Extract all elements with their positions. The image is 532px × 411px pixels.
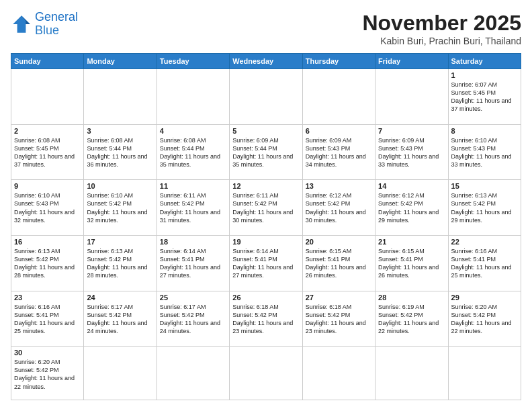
- day-number: 24: [87, 293, 153, 302]
- days-header-row: SundayMondayTuesdayWednesdayThursdayFrid…: [11, 54, 521, 69]
- day-header-tuesday: Tuesday: [157, 54, 229, 69]
- calendar-cell: 12Sunrise: 6:11 AM Sunset: 5:42 PM Dayli…: [230, 180, 302, 236]
- day-number: 1: [451, 71, 518, 79]
- day-info: Sunrise: 6:09 AM Sunset: 5:44 PM Dayligh…: [232, 136, 299, 169]
- day-number: 30: [14, 349, 81, 357]
- title-block: November 2025 Kabin Buri, Prachin Buri, …: [362, 11, 521, 46]
- logo-general: General: [35, 10, 78, 24]
- day-number: 18: [160, 238, 226, 246]
- day-number: 21: [378, 238, 445, 246]
- calendar-cell: 17Sunrise: 6:13 AM Sunset: 5:42 PM Dayli…: [84, 235, 157, 291]
- day-info: Sunrise: 6:07 AM Sunset: 5:45 PM Dayligh…: [451, 81, 518, 113]
- calendar-cell: 3Sunrise: 6:08 AM Sunset: 5:44 PM Daylig…: [84, 124, 157, 180]
- day-number: 10: [87, 182, 153, 190]
- day-info: Sunrise: 6:12 AM Sunset: 5:42 PM Dayligh…: [306, 191, 372, 224]
- day-number: 17: [87, 238, 153, 246]
- day-header-friday: Friday: [375, 54, 448, 69]
- day-number: 6: [306, 127, 372, 135]
- day-info: Sunrise: 6:14 AM Sunset: 5:41 PM Dayligh…: [160, 247, 226, 280]
- day-info: Sunrise: 6:08 AM Sunset: 5:44 PM Dayligh…: [160, 136, 226, 169]
- day-info: Sunrise: 6:12 AM Sunset: 5:42 PM Dayligh…: [378, 191, 445, 224]
- day-info: Sunrise: 6:16 AM Sunset: 5:41 PM Dayligh…: [14, 303, 81, 336]
- day-info: Sunrise: 6:08 AM Sunset: 5:45 PM Dayligh…: [14, 136, 81, 169]
- calendar-cell: 9Sunrise: 6:10 AM Sunset: 5:43 PM Daylig…: [11, 180, 84, 236]
- logo-text: General Blue: [35, 11, 78, 38]
- calendar-cell: [230, 347, 302, 400]
- day-info: Sunrise: 6:11 AM Sunset: 5:42 PM Dayligh…: [160, 191, 226, 224]
- day-number: 19: [232, 238, 299, 246]
- day-header-thursday: Thursday: [302, 54, 375, 69]
- day-header-sunday: Sunday: [11, 54, 84, 69]
- day-number: 28: [378, 293, 445, 302]
- day-number: 4: [160, 127, 226, 135]
- day-info: Sunrise: 6:09 AM Sunset: 5:43 PM Dayligh…: [378, 136, 445, 169]
- week-row-4: 23Sunrise: 6:16 AM Sunset: 5:41 PM Dayli…: [11, 291, 521, 347]
- day-info: Sunrise: 6:13 AM Sunset: 5:42 PM Dayligh…: [87, 247, 153, 280]
- calendar-cell: 23Sunrise: 6:16 AM Sunset: 5:41 PM Dayli…: [11, 291, 84, 347]
- day-info: Sunrise: 6:11 AM Sunset: 5:42 PM Dayligh…: [232, 191, 299, 224]
- day-number: 12: [232, 182, 299, 190]
- calendar-cell: 18Sunrise: 6:14 AM Sunset: 5:41 PM Dayli…: [157, 235, 229, 291]
- day-info: Sunrise: 6:18 AM Sunset: 5:42 PM Dayligh…: [232, 303, 299, 336]
- week-row-1: 2Sunrise: 6:08 AM Sunset: 5:45 PM Daylig…: [11, 124, 521, 180]
- calendar-cell: 28Sunrise: 6:19 AM Sunset: 5:42 PM Dayli…: [375, 291, 448, 347]
- calendar-cell: [230, 69, 302, 125]
- week-row-0: 1Sunrise: 6:07 AM Sunset: 5:45 PM Daylig…: [11, 69, 521, 125]
- calendar: SundayMondayTuesdayWednesdayThursdayFrid…: [11, 53, 521, 400]
- day-number: 11: [160, 182, 226, 190]
- day-number: 29: [451, 293, 518, 302]
- day-number: 9: [14, 182, 81, 190]
- calendar-cell: 29Sunrise: 6:20 AM Sunset: 5:42 PM Dayli…: [448, 291, 521, 347]
- week-row-3: 16Sunrise: 6:13 AM Sunset: 5:42 PM Dayli…: [11, 235, 521, 291]
- header: General Blue November 2025 Kabin Buri, P…: [11, 11, 521, 46]
- day-info: Sunrise: 6:20 AM Sunset: 5:42 PM Dayligh…: [14, 358, 81, 391]
- calendar-cell: [375, 347, 448, 400]
- calendar-cell: 10Sunrise: 6:10 AM Sunset: 5:42 PM Dayli…: [84, 180, 157, 236]
- calendar-cell: [448, 347, 521, 400]
- calendar-cell: 13Sunrise: 6:12 AM Sunset: 5:42 PM Dayli…: [302, 180, 375, 236]
- day-info: Sunrise: 6:15 AM Sunset: 5:41 PM Dayligh…: [378, 247, 445, 280]
- day-number: 22: [451, 238, 518, 246]
- day-header-wednesday: Wednesday: [230, 54, 302, 69]
- calendar-cell: 19Sunrise: 6:14 AM Sunset: 5:41 PM Dayli…: [230, 235, 302, 291]
- calendar-cell: [84, 69, 157, 125]
- calendar-cell: 7Sunrise: 6:09 AM Sunset: 5:43 PM Daylig…: [375, 124, 448, 180]
- day-number: 13: [306, 182, 372, 190]
- calendar-cell: 1Sunrise: 6:07 AM Sunset: 5:45 PM Daylig…: [448, 69, 521, 125]
- logo-blue: Blue: [35, 24, 59, 37]
- day-number: 15: [451, 182, 518, 190]
- day-number: 3: [87, 127, 153, 135]
- calendar-cell: 5Sunrise: 6:09 AM Sunset: 5:44 PM Daylig…: [230, 124, 302, 180]
- day-number: 27: [306, 293, 372, 302]
- calendar-cell: 11Sunrise: 6:11 AM Sunset: 5:42 PM Dayli…: [157, 180, 229, 236]
- day-info: Sunrise: 6:09 AM Sunset: 5:43 PM Dayligh…: [306, 136, 372, 169]
- day-info: Sunrise: 6:20 AM Sunset: 5:42 PM Dayligh…: [451, 303, 518, 336]
- calendar-cell: [302, 347, 375, 400]
- day-info: Sunrise: 6:08 AM Sunset: 5:44 PM Dayligh…: [87, 136, 153, 169]
- day-number: 20: [306, 238, 372, 246]
- week-row-2: 9Sunrise: 6:10 AM Sunset: 5:43 PM Daylig…: [11, 180, 521, 236]
- calendar-cell: 4Sunrise: 6:08 AM Sunset: 5:44 PM Daylig…: [157, 124, 229, 180]
- day-header-monday: Monday: [84, 54, 157, 69]
- day-header-saturday: Saturday: [448, 54, 521, 69]
- calendar-cell: [375, 69, 448, 125]
- calendar-cell: [11, 69, 84, 125]
- calendar-cell: [157, 69, 229, 125]
- logo: General Blue: [11, 11, 78, 38]
- calendar-cell: 20Sunrise: 6:15 AM Sunset: 5:41 PM Dayli…: [302, 235, 375, 291]
- calendar-cell: [302, 69, 375, 125]
- day-info: Sunrise: 6:18 AM Sunset: 5:42 PM Dayligh…: [306, 303, 372, 336]
- day-info: Sunrise: 6:17 AM Sunset: 5:42 PM Dayligh…: [87, 303, 153, 336]
- page: General Blue November 2025 Kabin Buri, P…: [0, 0, 532, 411]
- calendar-cell: 15Sunrise: 6:13 AM Sunset: 5:42 PM Dayli…: [448, 180, 521, 236]
- calendar-cell: [84, 347, 157, 400]
- day-number: 25: [160, 293, 226, 302]
- day-number: 7: [378, 127, 445, 135]
- calendar-cell: 27Sunrise: 6:18 AM Sunset: 5:42 PM Dayli…: [302, 291, 375, 347]
- calendar-cell: 21Sunrise: 6:15 AM Sunset: 5:41 PM Dayli…: [375, 235, 448, 291]
- day-info: Sunrise: 6:10 AM Sunset: 5:42 PM Dayligh…: [87, 191, 153, 224]
- day-info: Sunrise: 6:19 AM Sunset: 5:42 PM Dayligh…: [378, 303, 445, 336]
- day-number: 26: [232, 293, 299, 302]
- day-info: Sunrise: 6:16 AM Sunset: 5:41 PM Dayligh…: [451, 247, 518, 280]
- logo-icon: [11, 13, 32, 35]
